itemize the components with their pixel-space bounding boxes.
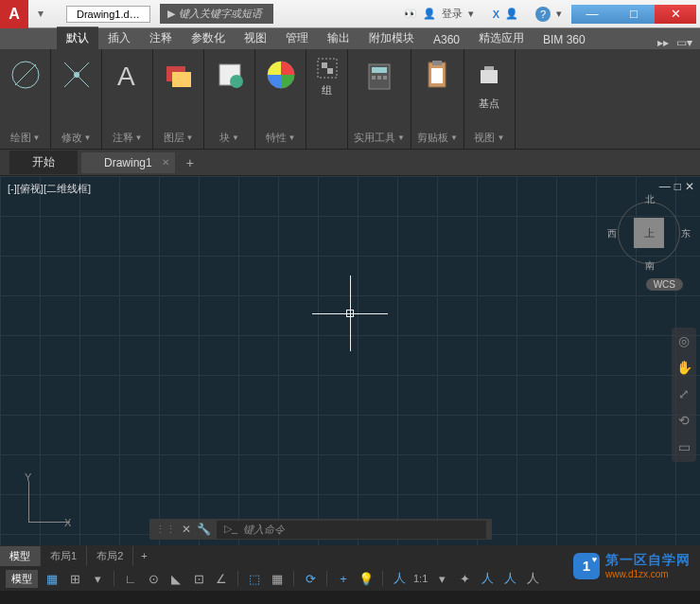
search-input[interactable]: ▶ 键入关键字或短语: [160, 4, 273, 24]
close-tab-icon[interactable]: ✕: [162, 157, 169, 168]
tab-default[interactable]: 默认: [57, 27, 98, 49]
doc-tab-start[interactable]: 开始: [9, 151, 78, 174]
drawing-area[interactable]: [-][俯视][二维线框] — □ ✕ 上 北 南 东 西 WCS Y X ◎ …: [0, 176, 700, 545]
command-line[interactable]: ⋮⋮ ✕ 🔧 ▷_ 键入命令: [149, 519, 492, 540]
block-icon[interactable]: [212, 57, 248, 93]
viewcube-top[interactable]: 上: [634, 218, 664, 248]
layout-tab-layout1[interactable]: 布局1: [41, 546, 87, 566]
document-title[interactable]: Drawing1.d…: [66, 6, 150, 23]
status-polar-icon[interactable]: ⊙: [145, 570, 162, 587]
tab-a360[interactable]: A360: [424, 30, 469, 49]
status-cycle-icon[interactable]: ⟳: [302, 570, 319, 587]
layer-icon[interactable]: [161, 57, 197, 93]
status-osnap-icon[interactable]: ⊡: [190, 570, 207, 587]
status-bulb-icon[interactable]: 💡: [358, 570, 375, 587]
status-model-label[interactable]: 模型: [6, 570, 38, 588]
layout-tab-model[interactable]: 模型: [0, 546, 41, 566]
panel-group-label[interactable]: 组: [322, 83, 332, 101]
help-icon[interactable]: ?: [535, 7, 551, 22]
line-icon[interactable]: [8, 57, 44, 93]
status-anno4-icon[interactable]: 人: [524, 570, 541, 587]
cmd-close-icon[interactable]: ✕: [182, 523, 191, 536]
status-snap-icon[interactable]: ⊞: [66, 570, 83, 587]
login-link[interactable]: 登录: [442, 7, 463, 21]
cmd-drag-handle-icon[interactable]: ⋮⋮: [155, 524, 176, 536]
user-icon[interactable]: 👤: [423, 8, 436, 20]
panel-block-label[interactable]: 块▼: [219, 129, 239, 149]
minimize-button[interactable]: —: [571, 5, 613, 24]
nav-wheel-icon[interactable]: ◎: [675, 333, 692, 350]
tab-insert[interactable]: 插入: [98, 27, 140, 49]
status-transparency-icon[interactable]: ▦: [269, 570, 286, 587]
login-dropdown-icon[interactable]: ▾: [468, 8, 474, 20]
status-anno2-icon[interactable]: 人: [479, 570, 496, 587]
exchange-x-icon[interactable]: X: [493, 9, 499, 20]
status-grid-icon[interactable]: ▦: [44, 570, 61, 587]
properties-icon[interactable]: [263, 57, 299, 93]
tab-featured[interactable]: 精选应用: [469, 27, 534, 49]
viewport-minimize-icon[interactable]: —: [659, 180, 671, 193]
status-lineweight-icon[interactable]: ⬚: [246, 570, 263, 587]
doc-tab-add[interactable]: +: [179, 151, 201, 174]
viewcube-north[interactable]: 北: [645, 193, 655, 206]
ribbon-panel-icon[interactable]: ▭▾: [676, 36, 692, 49]
panel-draw-label[interactable]: 绘图▼: [10, 129, 41, 149]
tab-bim360[interactable]: BIM 360: [534, 30, 595, 49]
status-anno3-icon[interactable]: 人: [501, 570, 518, 587]
viewport-maximize-icon[interactable]: □: [674, 180, 681, 193]
panel-utilities-label[interactable]: 实用工具▼: [354, 129, 405, 149]
nav-pan-icon[interactable]: ✋: [675, 360, 692, 377]
app-logo[interactable]: A: [0, 0, 28, 28]
view-label[interactable]: [-][俯视][二维线框]: [8, 182, 91, 196]
qat-dropdown-icon[interactable]: ▾: [38, 7, 53, 22]
tab-view[interactable]: 视图: [235, 27, 276, 49]
ribbon-expand-icon[interactable]: ▸▸: [657, 36, 669, 49]
panel-base-label[interactable]: 基点: [479, 97, 499, 115]
utilities-icon[interactable]: [361, 57, 397, 93]
tab-manage[interactable]: 管理: [276, 27, 318, 49]
layout-tab-layout2[interactable]: 布局2: [87, 546, 133, 566]
modify-icon[interactable]: [59, 57, 95, 93]
binoculars-icon[interactable]: 👀: [404, 8, 417, 20]
panel-layer-label[interactable]: 图层▼: [164, 129, 194, 149]
tab-output[interactable]: 输出: [318, 27, 359, 49]
viewcube-south[interactable]: 南: [645, 259, 655, 273]
viewcube[interactable]: 上 北 南 东 西: [611, 195, 687, 271]
maximize-button[interactable]: □: [613, 5, 655, 24]
status-dropdown-icon[interactable]: ▾: [89, 570, 106, 587]
panel-clipboard-label[interactable]: 剪贴板▼: [417, 129, 458, 149]
cmd-wrench-icon[interactable]: 🔧: [197, 523, 211, 536]
nav-orbit-icon[interactable]: ⟲: [675, 413, 692, 430]
close-button[interactable]: ✕: [655, 5, 696, 24]
status-plus-icon[interactable]: +: [335, 570, 352, 587]
panel-view-footer[interactable]: 视图▼: [474, 129, 504, 149]
exchange-user-icon[interactable]: 👤: [505, 8, 518, 20]
panel-properties-label[interactable]: 特性▼: [266, 129, 296, 149]
base-icon[interactable]: [471, 57, 507, 93]
doc-tab-drawing1[interactable]: Drawing1 ✕: [81, 152, 175, 173]
nav-showmotion-icon[interactable]: ▭: [675, 439, 692, 456]
viewcube-west[interactable]: 西: [607, 227, 617, 240]
nav-zoom-icon[interactable]: ⤢: [675, 386, 692, 403]
clipboard-icon[interactable]: [419, 57, 455, 93]
viewcube-east[interactable]: 东: [681, 227, 691, 240]
command-input[interactable]: ▷_ 键入命令: [217, 521, 486, 539]
status-anno-icon[interactable]: 人: [391, 570, 408, 587]
tab-addins[interactable]: 附加模块: [359, 27, 424, 49]
status-track-icon[interactable]: ∠: [213, 570, 230, 587]
status-star-icon[interactable]: ✦: [456, 570, 473, 587]
help-dropdown-icon[interactable]: ▾: [556, 8, 562, 20]
viewport-close-icon[interactable]: ✕: [685, 180, 694, 193]
wcs-badge[interactable]: WCS: [646, 278, 683, 291]
panel-annotate-label[interactable]: 注释▼: [113, 129, 143, 149]
group-icon[interactable]: [316, 57, 339, 80]
status-ortho-icon[interactable]: ∟: [122, 570, 139, 587]
tab-annotate[interactable]: 注释: [140, 27, 182, 49]
panel-modify-label[interactable]: 修改▼: [61, 129, 92, 149]
status-ratio[interactable]: 1:1: [413, 573, 428, 584]
tab-parametric[interactable]: 参数化: [182, 27, 235, 49]
text-icon[interactable]: A: [110, 57, 146, 93]
status-iso-icon[interactable]: ◣: [167, 570, 184, 587]
layout-tab-add[interactable]: +: [133, 547, 154, 564]
status-ratio-dropdown-icon[interactable]: ▾: [433, 570, 450, 587]
